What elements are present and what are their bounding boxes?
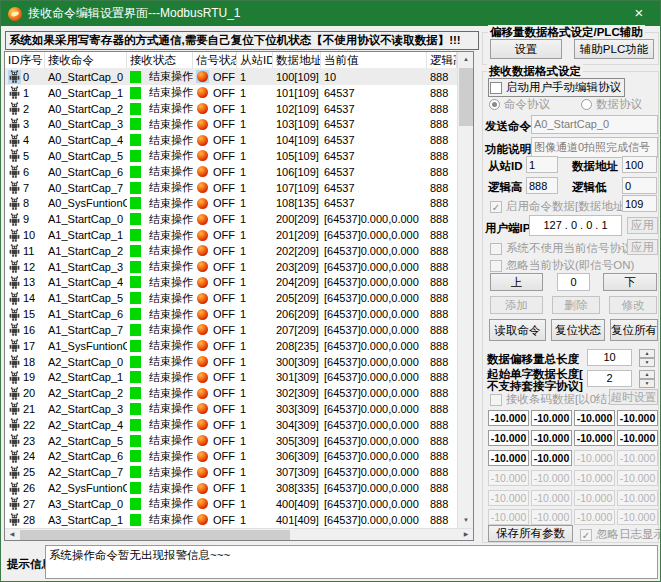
offset-value-field[interactable]: -10.000 xyxy=(617,410,658,426)
user-ip-field[interactable]: 127 . 0 . 0 . 1 xyxy=(529,215,622,236)
table-row[interactable]: 20 A2_StartCap_2 结束操作 OFF 1 302[309] [64… xyxy=(5,385,457,401)
table-row[interactable]: 0 A0_StartCap_0 结束操作 OFF 1 100[109] 10 8… xyxy=(5,69,457,85)
table-row[interactable]: 9 A1_StartCap_0 结束操作 OFF 1 200[209] [645… xyxy=(5,211,457,227)
offset-value-field[interactable]: -10.000 xyxy=(574,430,615,446)
save-all-button[interactable]: 保存所有参数 xyxy=(488,525,573,542)
row-state: 结束操作 xyxy=(149,433,193,448)
table-row[interactable]: 24 A2_StartCap_6 结束操作 OFF 1 306[309] [64… xyxy=(5,449,457,465)
table-row[interactable]: 3 A0_StartCap_3 结束操作 OFF 1 103[109] 6453… xyxy=(5,116,457,132)
row-command: A1_StartCap_6 xyxy=(45,306,127,322)
slave-id-field[interactable]: 1 xyxy=(526,156,558,173)
vertical-scrollbar[interactable]: ▲ ▼ xyxy=(457,52,473,528)
column-header[interactable]: 从站ID xyxy=(237,52,273,68)
table-row[interactable]: 15 A1_StartCap_6 结束操作 OFF 1 206[209] [64… xyxy=(5,306,457,322)
column-header[interactable]: 接收状态 xyxy=(127,52,193,68)
checkbox-icon[interactable] xyxy=(490,260,502,272)
table-row[interactable]: 12 A1_StartCap_3 结束操作 OFF 1 203[209] [64… xyxy=(5,259,457,275)
table-row[interactable]: 2 A0_StartCap_2 结束操作 OFF 1 102[109] 6453… xyxy=(5,101,457,117)
table-row[interactable]: 1 A0_StartCap_1 结束操作 OFF 1 101[109] 6453… xyxy=(5,85,457,101)
table-row[interactable]: 17 A1_SysFuntionCMD 结束操作 OFF 1 208[235] … xyxy=(5,338,457,354)
table-row[interactable]: 21 A2_StartCap_3 结束操作 OFF 1 303[309] [64… xyxy=(5,401,457,417)
checkbox-icon[interactable] xyxy=(490,394,502,406)
table-row[interactable]: 26 A2_SysFuntionCMD 结束操作 OFF 1 308[335] … xyxy=(5,480,457,496)
table-row[interactable]: 14 A1_StartCap_5 结束操作 OFF 1 205[209] [64… xyxy=(5,290,457,306)
table-row[interactable]: 22 A2_StartCap_4 结束操作 OFF 1 304[309] [64… xyxy=(5,417,457,433)
table-row[interactable]: 19 A2_StartCap_1 结束操作 OFF 1 301[309] [64… xyxy=(5,369,457,385)
column-header[interactable]: 信号状态 xyxy=(193,52,237,68)
table-row[interactable]: 10 A1_StartCap_1 结束操作 OFF 1 201[209] [64… xyxy=(5,227,457,243)
table-row[interactable]: 13 A1_StartCap_4 结束操作 OFF 1 204[209] [64… xyxy=(5,275,457,291)
offset-value-field[interactable]: -10.000 xyxy=(488,450,529,466)
index-field[interactable]: 0 xyxy=(557,273,590,291)
spin-down-icon[interactable]: ▼ xyxy=(639,358,655,367)
scroll-down-icon[interactable]: ▼ xyxy=(458,513,474,528)
read-cmd-button[interactable]: 读取命令 xyxy=(489,319,546,341)
table-row[interactable]: 25 A2_StartCap_7 结束操作 OFF 1 307[309] [64… xyxy=(5,464,457,480)
row-command: A3_StartCap_1 xyxy=(45,512,127,528)
ignore-protocol-checkbox[interactable]: 忽略当前协议(即信号ON) xyxy=(490,258,634,273)
row-command: A0_StartCap_5 xyxy=(45,148,127,164)
column-header[interactable]: 逻辑高值 xyxy=(427,52,457,68)
spin-down-icon[interactable]: ▼ xyxy=(639,379,655,388)
checkbox-icon[interactable] xyxy=(490,243,502,255)
up-button[interactable]: 上 xyxy=(490,273,543,291)
word-length-field[interactable]: 2 xyxy=(587,370,632,387)
table-row[interactable]: 18 A2_StartCap_0 结束操作 OFF 1 300[309] [64… xyxy=(5,354,457,370)
offset-value-field[interactable]: -10.000 xyxy=(574,410,615,426)
func-desc-field[interactable]: 图像通道0拍照完成信号 xyxy=(531,137,658,158)
table-row[interactable]: 4 A0_StartCap_4 结束操作 OFF 1 104[109] 6453… xyxy=(5,132,457,148)
offset-value-field[interactable]: -10.000 xyxy=(488,430,529,446)
row-signal: OFF xyxy=(213,182,235,194)
table-row[interactable]: 28 A3_StartCap_1 结束操作 OFF 1 401[409] [64… xyxy=(5,512,457,528)
logic-low-field[interactable]: 0 xyxy=(622,177,657,194)
down-button[interactable]: 下 xyxy=(603,273,657,291)
table-row[interactable]: 27 A3_StartCap_0 结束操作 OFF 1 400[409] [64… xyxy=(5,496,457,512)
status-message-box[interactable]: 系统操作命令暂无出现报警信息~~~ xyxy=(45,545,658,579)
offset-value-field[interactable]: -10.000 xyxy=(531,430,572,446)
reset-state-button[interactable]: 复位状态 xyxy=(551,319,605,341)
row-address: 203[209] xyxy=(273,259,321,275)
table-row[interactable]: 8 A0_SysFuntionCMD 结束操作 OFF 1 108[135] 6… xyxy=(5,196,457,212)
send-cmd-field[interactable]: A0_StartCap_0 xyxy=(531,115,658,134)
column-header[interactable]: 接收命令 xyxy=(45,52,127,68)
plc-helper-button[interactable]: 辅助PLC功能 xyxy=(574,39,654,59)
column-header[interactable]: ID序号 xyxy=(5,52,45,68)
cmd-data-addr-field[interactable]: 109 xyxy=(622,195,657,212)
table-row[interactable]: 11 A1_StartCap_2 结束操作 OFF 1 202[209] [64… xyxy=(5,243,457,259)
horizontal-scroll-thumb[interactable] xyxy=(20,530,290,540)
vertical-scroll-thumb[interactable] xyxy=(459,68,473,126)
offset-length-stepper[interactable]: ▲▼ xyxy=(639,349,655,366)
data-addr-field[interactable]: 100 xyxy=(622,156,657,173)
manual-protocol-checkbox[interactable]: 启动用户手动编辑协议 xyxy=(488,78,625,97)
table-row[interactable]: 23 A2_StartCap_5 结束操作 OFF 1 305[309] [64… xyxy=(5,433,457,449)
scroll-right-icon[interactable]: ▶ xyxy=(459,529,473,540)
reset-all-button[interactable]: 复位所有 xyxy=(610,319,658,341)
spin-up-icon[interactable]: ▲ xyxy=(639,349,655,358)
offset-value-field[interactable]: -10.000 xyxy=(531,410,572,426)
radio-selected-icon[interactable] xyxy=(489,99,500,110)
table-row[interactable]: 5 A0_StartCap_5 结束操作 OFF 1 105[109] 6453… xyxy=(5,148,457,164)
offset-value-field[interactable]: -10.000 xyxy=(617,430,658,446)
barcode-checkbox[interactable]: 接收条码数据[以0结束] xyxy=(490,392,622,407)
column-header[interactable]: 数据地址 xyxy=(273,52,321,68)
cmd-protocol-radio[interactable]: 命令协议 xyxy=(489,97,550,112)
close-icon[interactable]: × xyxy=(628,3,650,23)
horizontal-scrollbar[interactable]: ◀ ▶ xyxy=(5,528,473,540)
logic-high-field[interactable]: 888 xyxy=(526,177,558,194)
word-length-stepper[interactable]: ▲▼ xyxy=(639,370,655,387)
table-row[interactable]: 6 A0_StartCap_6 结束操作 OFF 1 106[109] 6453… xyxy=(5,164,457,180)
scroll-left-icon[interactable]: ◀ xyxy=(5,529,19,540)
scroll-up-icon[interactable]: ▲ xyxy=(458,52,474,67)
offset-value-field[interactable]: -10.000 xyxy=(488,410,529,426)
data-protocol-radio[interactable]: 数据协议 xyxy=(581,97,642,112)
column-header[interactable]: 当前值 xyxy=(321,52,427,68)
set-button[interactable]: 设置 xyxy=(490,39,562,59)
offset-value-field[interactable]: -10.000 xyxy=(531,450,572,466)
table-row[interactable]: 7 A0_StartCap_7 结束操作 OFF 1 107[109] 6453… xyxy=(5,180,457,196)
radio-icon[interactable] xyxy=(581,99,592,110)
checkbox-icon[interactable] xyxy=(490,82,502,94)
spin-up-icon[interactable]: ▲ xyxy=(639,370,655,379)
no-signal-protocol-checkbox[interactable]: 系统不使用当前信号协议 xyxy=(490,241,633,256)
offset-length-field[interactable]: 10 xyxy=(587,349,632,366)
table-row[interactable]: 16 A1_StartCap_7 结束操作 OFF 1 207[209] [64… xyxy=(5,322,457,338)
